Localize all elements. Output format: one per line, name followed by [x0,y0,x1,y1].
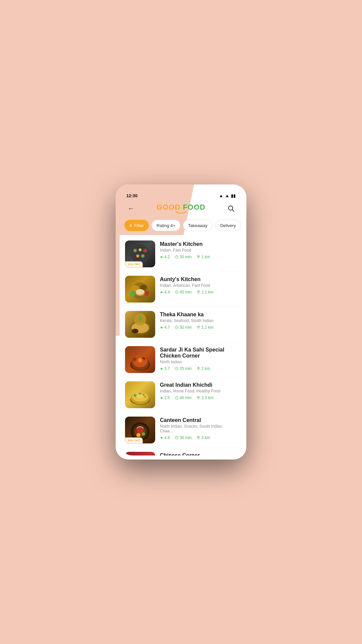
star-icon [160,367,163,371]
time-value: 30 min [180,255,192,259]
rating-value: 4.4 [164,290,170,294]
clock-icon [175,396,179,400]
svg-point-14 [198,256,199,257]
star-icon [160,436,163,440]
status-bar: 12:30 ▲ ▲ ▮▮ [120,189,242,201]
star-icon [160,325,163,330]
filter-chip-delivery[interactable]: Delivery [215,220,241,231]
restaurant-time: 30 min [175,435,192,440]
svg-point-27 [132,329,138,333]
star-icon [160,290,163,294]
discount-badge: 10% OFF [125,261,143,267]
location-icon [196,396,200,400]
restaurant-cuisine: Indian, Fast Food [160,248,237,253]
svg-point-54 [142,432,145,436]
restaurant-info-auntys-kitchen: Aunty's KitchenIndian, American, Fast Fo… [160,276,237,294]
restaurant-image-chinese-corner [125,452,155,455]
rating-value: 4.2 [164,255,170,259]
restaurant-time: 45 min [175,290,192,294]
time-value: 45 min [180,395,192,400]
logo-smile-icon [174,211,188,214]
restaurant-cuisine: Indian, Home Food, Healthy Food [160,389,237,393]
restaurant-rating: 3.7 [160,366,170,371]
search-button[interactable] [226,203,236,214]
distance-value: 1 km [201,255,210,259]
star-icon [160,255,163,259]
svg-point-20 [144,291,149,296]
restaurant-image-theka-khaane-ka [125,311,155,338]
svg-point-12 [141,255,144,257]
rating-value: 2.5 [164,395,170,400]
rating-value: 4.7 [164,325,170,330]
distance-value: 1.1 km [201,325,214,330]
restaurant-image-wrap-great-indian-khichdi [125,381,155,408]
restaurant-image-wrap-chinese-corner [125,452,155,455]
filter-chip-rating[interactable]: Rating 4+ [152,220,180,231]
restaurant-image-wrap-masters-kitchen: 10% OFF [125,240,155,267]
svg-line-1 [232,210,234,211]
restaurant-rating: 4.7 [160,325,170,330]
restaurant-image-wrap-canteen-central: 20% OFF [125,417,155,443]
restaurant-image-sardar-ji [125,346,155,373]
time-value: 30 min [180,325,192,330]
restaurant-time: 30 min [175,255,192,259]
svg-point-10 [144,249,146,252]
restaurant-distance: 1 km [196,255,210,259]
svg-point-23 [198,291,199,292]
app-logo: GOOD FOOD [157,203,205,214]
clock-icon [175,290,179,294]
distance-value: 2 km [201,366,210,371]
restaurant-info-great-indian-khichdi: Great Indian KhichdiIndian, Home Food, H… [160,381,237,400]
restaurant-name: Chinese Corner [160,452,237,455]
rating-value: 4.8 [164,435,170,440]
restaurant-distance: 3 km [196,435,210,440]
svg-point-42 [134,394,136,397]
restaurant-distance: 1.1 km [196,325,214,330]
clock-icon [175,255,179,259]
restaurant-cuisine: Indian, American, Fast Food [160,283,237,288]
restaurant-item[interactable]: Sardar Ji Ka Sahi Special Chicken Corner… [120,342,242,377]
restaurant-image-wrap-sardar-ji [125,346,155,373]
back-button[interactable]: ← [126,203,136,214]
svg-point-48 [198,397,199,398]
restaurant-name: Master's Kitchen [160,241,237,247]
svg-point-8 [134,249,136,252]
restaurant-name: Aunty's Kitchen [160,276,237,282]
svg-point-29 [198,326,199,327]
signal-icon: ▲ [225,193,229,198]
status-time: 12:30 [126,193,137,198]
svg-point-36 [138,358,142,362]
restaurant-item[interactable]: Chinese CornerChinese, Fast Food4.135 mi… [120,448,242,455]
restaurant-name: Great Indian Khichdi [160,382,237,388]
restaurant-rating: 4.4 [160,290,170,294]
svg-point-46 [137,394,143,398]
clock-icon [175,436,179,440]
restaurant-item[interactable]: Aunty's KitchenIndian, American, Fast Fo… [120,272,242,307]
location-icon [196,367,200,371]
restaurant-meta: 4.445 min1.1 km [160,290,237,294]
filter-chip-filter[interactable]: ≡Filter [124,220,149,231]
restaurant-item[interactable]: 20% OFFCanteen CentralNorth Indian, Snac… [120,413,242,448]
restaurant-rating: 4.2 [160,255,170,259]
restaurant-meta: 3.725 min2 km [160,366,237,371]
distance-value: 1.1 km [201,290,214,294]
svg-point-56 [198,437,199,438]
filter-chip-takeaway[interactable]: Takeaway [183,220,213,231]
restaurant-cuisine: North Indian [160,360,237,364]
location-icon [196,436,200,440]
back-arrow-icon: ← [128,205,134,212]
restaurant-cuisine: North Indian, Snacks, South Indian, Chaa… [160,424,237,433]
restaurant-item[interactable]: Great Indian KhichdiIndian, Home Food, H… [120,377,242,413]
restaurant-meta: 2.545 min2.3 km [160,395,237,400]
search-icon [227,205,235,212]
clock-icon [175,367,179,371]
restaurant-item[interactable]: 10% OFFMaster's KitchenIndian, Fast Food… [120,236,242,272]
svg-point-11 [136,255,139,257]
svg-point-19 [130,291,135,297]
restaurant-info-sardar-ji: Sardar Ji Ka Sahi Special Chicken Corner… [160,346,237,371]
filter-label: Rating 4+ [157,223,175,228]
restaurant-name: Theka Khaane ka [160,312,237,318]
filter-label: Takeaway [188,223,207,228]
logo-text: GOOD FOOD [157,203,205,212]
restaurant-item[interactable]: Theka Khaane kaKerala, Seafood, South In… [120,307,242,342]
